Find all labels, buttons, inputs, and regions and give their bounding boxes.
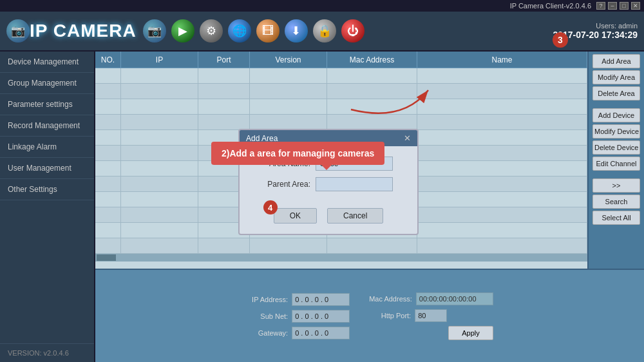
col-header-no: NO. [95, 52, 121, 68]
modal-close-button[interactable]: ✕ [404, 133, 411, 143]
sidebar-item-group-management[interactable]: Group Management [0, 73, 94, 94]
logo-text: IP CAMERA [30, 22, 137, 40]
toolbar: 📷 ▶ ⚙ 🌐 🎞 ⬇ 🔒 ⏻ [137, 19, 553, 43]
table-row[interactable] [95, 115, 587, 130]
bottom-form: IP Address: Sub Net: Gateway: Mac Addres… [246, 292, 493, 340]
col-header-ip: IP [121, 52, 198, 68]
right-panel: Add Area Modify Area Delete Area Add Dev… [587, 52, 644, 269]
header: 📷 IP CAMERA 📷 ▶ ⚙ 🌐 🎞 ⬇ 🔒 ⏻ Users: admin… [0, 12, 644, 52]
modal-title: Add Area [246, 134, 278, 143]
expand-button[interactable]: >> [592, 178, 640, 193]
modal-title-bar: Add Area ✕ [240, 130, 417, 146]
subnet-row: Sub Net: [246, 310, 350, 323]
subnet-input[interactable] [292, 310, 350, 323]
app-title: IP Camera Client-v2.0.4.6 [510, 2, 591, 10]
form-right-col: Mac Address: Http Port: Apply [369, 292, 493, 340]
play-toolbar-icon[interactable]: ▶ [171, 19, 194, 43]
title-bar: IP Camera Client-v2.0.4.6 ? – □ ✕ [0, 0, 644, 12]
form-left-col: IP Address: Sub Net: Gateway: [246, 293, 350, 339]
table-row[interactable] [95, 238, 587, 254]
add-area-modal: Add Area ✕ Area Name: Parent Area: 4 OK … [238, 129, 419, 235]
sidebar-item-user-management[interactable]: User Management [0, 158, 94, 179]
table-row[interactable] [95, 99, 587, 115]
delete-area-button[interactable]: Delete Area [592, 86, 640, 100]
header-right: Users: admin 2017-07-20 17:34:29 [553, 22, 638, 40]
modal-ok-button[interactable]: OK [274, 208, 317, 224]
users-label: Users: admin [553, 22, 638, 30]
area-name-input[interactable] [316, 157, 393, 171]
search-button[interactable]: Search [592, 195, 640, 209]
sidebar-item-parameter-settings[interactable]: Parameter settings [0, 94, 94, 115]
power-toolbar-icon[interactable]: ⏻ [341, 19, 365, 43]
sidebar-item-record-management[interactable]: Record Management [0, 115, 94, 137]
window-controls[interactable]: ? – □ ✕ [596, 2, 640, 10]
sidebar-item-device-management[interactable]: Device Management [0, 52, 94, 73]
table-row[interactable] [95, 68, 587, 84]
area-name-label: Area Name: [252, 159, 310, 168]
step-4-badge: 4 [263, 200, 278, 214]
film-toolbar-icon[interactable]: 🎞 [256, 19, 279, 43]
mac-label: Mac Address: [369, 295, 412, 303]
help-button[interactable]: ? [596, 2, 605, 10]
col-header-port: Port [198, 52, 250, 68]
col-header-mac: Mac Address [327, 52, 417, 68]
version-label: VERSION: v2.0.4.6 [0, 343, 94, 362]
table-row[interactable] [95, 84, 587, 99]
modal-cancel-button[interactable]: Cancel [327, 208, 383, 224]
delete-device-button[interactable]: Delete Device [592, 140, 640, 155]
ip-input[interactable] [292, 293, 350, 306]
subnet-label: Sub Net: [246, 312, 288, 320]
gateway-label: Gateway: [246, 329, 288, 337]
modal-body: Area Name: Parent Area: [240, 146, 417, 202]
close-button[interactable]: ✕ [631, 2, 640, 10]
gateway-row: Gateway: [246, 327, 350, 339]
apply-row: Apply [369, 326, 493, 340]
logo-area: 📷 IP CAMERA [6, 19, 137, 43]
gear-toolbar-icon[interactable]: ⚙ [200, 19, 223, 43]
sidebar-item-other-settings[interactable]: Other Settings [0, 179, 94, 200]
area-name-row: Area Name: [252, 157, 404, 171]
http-label: Http Port: [369, 312, 411, 319]
camera-logo-icon: 📷 [6, 19, 30, 43]
http-port-input[interactable] [415, 309, 447, 322]
add-area-button[interactable]: Add Area [592, 54, 640, 68]
table-header: NO. IP Port Version Mac Address Name [95, 52, 587, 68]
add-device-button[interactable]: Add Device [592, 108, 640, 122]
cam-toolbar-icon[interactable]: 📷 [143, 19, 166, 43]
scrollbar-thumb[interactable] [97, 254, 116, 261]
parent-area-row: Parent Area: [252, 177, 404, 191]
col-header-version: Version [250, 52, 327, 68]
modify-area-button[interactable]: Modify Area [592, 70, 640, 84]
modal-footer: 4 OK Cancel [240, 202, 417, 234]
modify-device-button[interactable]: Modify Device [592, 124, 640, 138]
ip-label: IP Address: [246, 296, 288, 303]
mac-row: Mac Address: [369, 292, 493, 305]
parent-area-input[interactable] [316, 177, 393, 191]
lock-toolbar-icon[interactable]: 🔒 [313, 19, 336, 43]
ip-row: IP Address: [246, 293, 350, 306]
mac-input[interactable] [416, 292, 493, 305]
sidebar-item-linkage-alarm[interactable]: Linkage Alarm [0, 137, 94, 158]
col-header-name: Name [417, 52, 587, 68]
table-scrollbar[interactable] [95, 254, 587, 262]
sidebar: Device Management Group Management Param… [0, 52, 95, 362]
maximize-button[interactable]: □ [620, 2, 629, 10]
edit-channel-button[interactable]: Edit Channel [592, 157, 640, 171]
bottom-section: IP Address: Sub Net: Gateway: Mac Addres… [95, 269, 644, 362]
apply-button[interactable]: Apply [448, 326, 493, 340]
globe-toolbar-icon[interactable]: 🌐 [228, 19, 251, 43]
gateway-input[interactable] [292, 327, 350, 339]
datetime-display: 2017-07-20 17:34:29 [553, 30, 638, 40]
select-all-button[interactable]: Select All [592, 211, 640, 225]
http-row: Http Port: [369, 309, 493, 322]
download-toolbar-icon[interactable]: ⬇ [285, 19, 308, 43]
parent-area-label: Parent Area: [252, 180, 310, 189]
minimize-button[interactable]: – [608, 2, 617, 10]
